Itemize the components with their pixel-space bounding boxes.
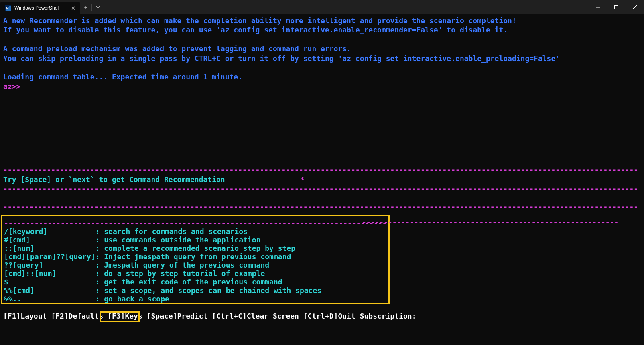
svg-rect-1	[615, 6, 618, 9]
blank-line	[3, 63, 641, 72]
terminal-output[interactable]: A new Recommender is added which can mak…	[0, 14, 644, 213]
recommendation-row: Try [Space] or `next` to get Command Rec…	[3, 175, 641, 184]
help-keys-panel: ----------------------------------------…	[1, 215, 390, 304]
minimize-icon	[596, 5, 600, 9]
output-line: A command preload mechanism was added to…	[3, 44, 641, 53]
close-window-button[interactable]	[626, 0, 644, 14]
bottom-status-bar: [F1]Layout [F2]Defaults [F3]Keys [Space]…	[3, 312, 416, 320]
prompt: az>>	[3, 82, 641, 91]
spacer	[3, 193, 641, 202]
new-tab-button[interactable]: +	[80, 0, 91, 14]
divider: ----------------------------------------…	[362, 218, 618, 226]
divider: ----------------------------------------…	[3, 165, 641, 174]
output-line: You can skip preloading in a single pass…	[3, 54, 641, 63]
help-line: ??[query] : Jmespath query of the previo…	[4, 261, 387, 269]
blank-line	[3, 35, 641, 44]
titlebar-left: >_ Windows PowerShell ✕ +	[0, 0, 104, 14]
tab-title: Windows PowerShell	[14, 5, 60, 11]
close-icon	[633, 5, 637, 9]
help-line: /[keyword] : search for commands and sce…	[4, 227, 387, 236]
chevron-down-icon	[96, 5, 100, 9]
output-line: Loading command table... Expected time a…	[3, 72, 641, 81]
close-tab-button[interactable]: ✕	[63, 5, 75, 11]
divider: ----------------------------------------…	[4, 219, 387, 227]
help-line: $ : get the exit code of the previous co…	[4, 278, 387, 286]
help-line: [cmd]::[num] : do a step by step tutoria…	[4, 269, 387, 278]
maximize-icon	[614, 5, 618, 9]
output-line: A new Recommender is added which can mak…	[3, 16, 641, 25]
tab-dropdown-button[interactable]	[92, 0, 104, 14]
output-line: If you want to disable this feature, you…	[3, 25, 641, 34]
tab-powershell[interactable]: >_ Windows PowerShell ✕	[0, 2, 80, 14]
maximize-button[interactable]	[607, 0, 626, 14]
help-line: [cmd][param]??[query]: Inject jmespath q…	[4, 252, 387, 261]
window-controls	[589, 0, 644, 14]
spacer	[3, 91, 641, 165]
minimize-button[interactable]	[589, 0, 607, 14]
help-line: ::[num] : complete a recommended scenari…	[4, 244, 387, 252]
titlebar: >_ Windows PowerShell ✕ +	[0, 0, 644, 14]
divider: ----------------------------------------…	[3, 202, 641, 211]
help-line: %%[cmd] : set a scope, and scopes can be…	[4, 286, 387, 295]
help-line: #[cmd] : use commands outside the applic…	[4, 236, 387, 244]
recommendation-indicator: *	[300, 175, 305, 184]
help-line: %%.. : go back a scope	[4, 295, 387, 303]
recommendation-hint: Try [Space] or `next` to get Command Rec…	[3, 175, 300, 184]
divider: ----------------------------------------…	[3, 184, 641, 193]
powershell-icon: >_	[5, 5, 11, 11]
